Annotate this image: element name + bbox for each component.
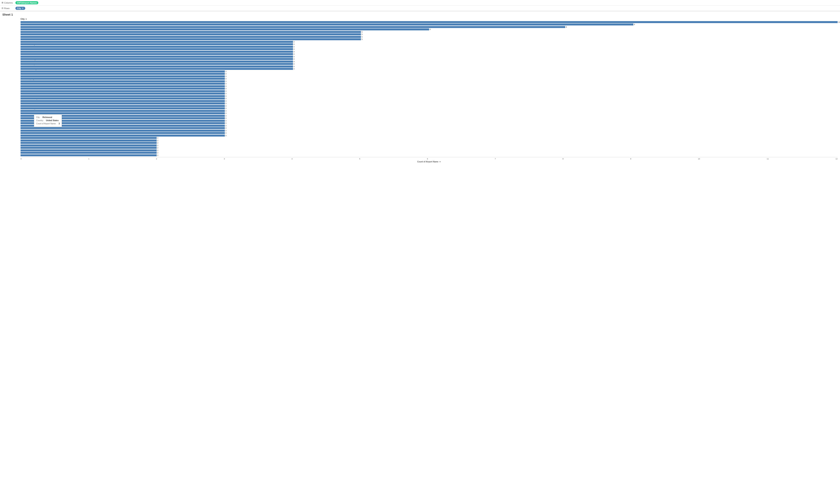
bar-row[interactable]: Jacksonville4: [20, 60, 838, 62]
bar-row[interactable]: Tulsa2: [20, 149, 838, 151]
bar-value-label: 3: [225, 95, 226, 97]
bar-value-label: 2: [157, 154, 158, 157]
bar-row[interactable]: Las Vegas4: [20, 58, 838, 60]
bar-row[interactable]: Rochester3: [20, 88, 838, 90]
bar-row[interactable]: Lewiston3: [20, 110, 838, 112]
bar-fill: [20, 137, 157, 139]
columns-pill[interactable]: CNT(Airport Name): [15, 1, 38, 4]
bar-value-label: 3: [225, 120, 226, 122]
bar-value-label: 4: [294, 53, 294, 55]
bar-fill: [20, 103, 225, 104]
bar-row[interactable]: Wilmington4: [20, 41, 838, 43]
bar-row[interactable]: Tucson3: [20, 75, 838, 77]
bar-value-label: 4: [294, 56, 294, 58]
bar-row[interactable]: Waco2: [20, 142, 838, 144]
columns-label: ⊞ Columns: [2, 1, 15, 4]
bar-row[interactable]: Dayton4: [20, 63, 838, 65]
bar-row[interactable]: Sacramento4: [20, 48, 838, 50]
bar-row[interactable]: Anchorage4: [20, 68, 838, 70]
bar-value-label: 4: [294, 66, 294, 68]
bar-fill: [20, 38, 361, 40]
bar-row[interactable]: Baltimore3: [20, 132, 838, 134]
bar-row[interactable]: Watertown2: [20, 139, 838, 142]
bar-row[interactable]: San Diego5: [20, 31, 838, 33]
bar-row[interactable]: Trenton2: [20, 152, 838, 154]
bar-row[interactable]: Tampa4: [20, 46, 838, 48]
bar-row[interactable]: Panama City3: [20, 97, 838, 100]
rows-pill[interactable]: City ▼: [15, 7, 25, 10]
bar-fill: [20, 90, 225, 92]
bar-fill: [20, 105, 225, 107]
bar-row[interactable]: San Antonio3: [20, 85, 838, 87]
bar-fill: [20, 142, 157, 144]
bar-row[interactable]: Youngstown3: [20, 70, 838, 72]
bar-fill: [20, 83, 225, 85]
bar-row[interactable]: West Palm Beach2: [20, 137, 838, 139]
bar-row[interactable]: Spokane3: [20, 80, 838, 82]
bar-row[interactable]: Miami4: [20, 55, 838, 58]
bar-row[interactable]: Valdosta2: [20, 147, 838, 149]
bars-container: London12Paris9New York8Houston6San Diego…: [2, 21, 838, 156]
bar-row[interactable]: Georgetown3: [20, 120, 838, 122]
x-tick: 1: [88, 158, 89, 160]
bar-fill: [20, 68, 293, 70]
bar-row[interactable]: Columbus5: [20, 33, 838, 36]
bar-row[interactable]: Douglas3: [20, 122, 838, 124]
bar-value-label: 3: [225, 122, 226, 124]
bar-row[interactable]: Detroit3: [20, 125, 838, 127]
bar-value-label: 5: [361, 36, 362, 38]
bar-row[interactable]: Paris9: [20, 23, 838, 26]
bar-value-label: 3: [225, 88, 226, 90]
bar-fill: [20, 31, 361, 33]
bar-fill: [20, 120, 225, 122]
bar-row[interactable]: Valparaiso2: [20, 144, 838, 146]
bar-row[interactable]: Chicago5: [20, 36, 838, 38]
x-axis-filter-icon: ▼: [439, 161, 441, 163]
bar-row[interactable]: Glasgow3: [20, 117, 838, 120]
bar-fill: [20, 95, 225, 97]
bar-fill: [20, 66, 293, 68]
bar-row[interactable]: Alexandria3: [20, 134, 838, 137]
bar-fill: [20, 80, 225, 82]
bar-fill: [20, 48, 293, 50]
bar-row[interactable]: Richmond3: [20, 93, 838, 95]
bar-value-label: 3: [225, 132, 226, 134]
bar-row[interactable]: Jackson3: [20, 112, 838, 114]
columns-row: ⊞ Columns CNT(Airport Name): [0, 0, 840, 5]
rows-row: ⊟ Rows City ▼: [0, 5, 840, 11]
bar-value-label: 2: [157, 144, 158, 147]
bar-row[interactable]: Greenville3: [20, 115, 838, 117]
bar-value-label: 5: [361, 33, 362, 36]
bar-value-label: 4: [294, 68, 294, 70]
bar-row[interactable]: Riverside3: [20, 90, 838, 92]
bar-row[interactable]: Lyon3: [20, 107, 838, 109]
bar-fill: [20, 88, 225, 90]
bar-row[interactable]: Atlanta5: [20, 38, 838, 40]
bar-row[interactable]: London12: [20, 21, 838, 23]
bar-fill: [20, 127, 225, 129]
bar-row[interactable]: Houston6: [20, 29, 838, 31]
bar-row[interactable]: Orlando4: [20, 53, 838, 55]
top-bar: ⊞ Columns CNT(Airport Name) ⊟ Rows City …: [0, 0, 840, 11]
bar-row[interactable]: Phoenix3: [20, 95, 838, 97]
bar-row[interactable]: Palm Springs3: [20, 100, 838, 102]
chart-area: City ▼ London12Paris9New York8Houston6Sa…: [0, 18, 840, 167]
bar-row[interactable]: Burlington4: [20, 65, 838, 68]
bar-row[interactable]: Tucson22: [20, 154, 838, 156]
bar-row[interactable]: Seattle3: [20, 83, 838, 85]
bar-row[interactable]: Springfield3: [20, 78, 838, 80]
bar-row[interactable]: Wichita3: [20, 73, 838, 75]
bar-fill: [20, 53, 293, 55]
bar-row[interactable]: Macon3: [20, 105, 838, 107]
bar-row[interactable]: Cleveland3: [20, 127, 838, 129]
bar-fill: [20, 63, 293, 65]
bar-row[interactable]: New York8: [20, 26, 838, 28]
bar-row[interactable]: Belfast3: [20, 129, 838, 132]
bar-value-label: 2: [157, 140, 158, 142]
bar-row[interactable]: Philadelphia4: [20, 51, 838, 53]
bar-row[interactable]: Washington4: [20, 43, 838, 46]
bar-row[interactable]: New Orleans3: [20, 103, 838, 105]
bar-value-label: 12: [838, 21, 840, 23]
bar-value-label: 3: [225, 127, 226, 129]
bar-value-label: 3: [225, 112, 226, 114]
